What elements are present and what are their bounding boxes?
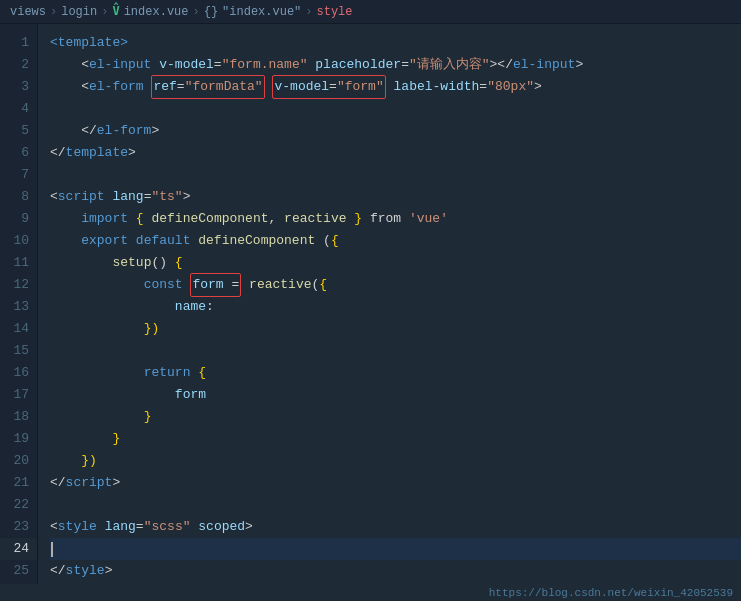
ln-6: 6 xyxy=(0,142,37,164)
ln-7: 7 xyxy=(0,164,37,186)
ln-4: 4 xyxy=(0,98,37,120)
footer-url: https://blog.csdn.net/weixin_42052539 xyxy=(489,587,733,599)
breadcrumb-login[interactable]: login xyxy=(61,5,97,19)
breadcrumb-braces: {} xyxy=(204,5,218,19)
code-line-7 xyxy=(50,164,741,186)
code-line-2: <el-input v-model="form.name" placeholde… xyxy=(50,54,741,76)
code-line-22 xyxy=(50,494,741,516)
ln-11: 11 xyxy=(0,252,37,274)
code-line-18: } xyxy=(50,406,741,428)
ln-15: 15 xyxy=(0,340,37,362)
code-line-6: </template> xyxy=(50,142,741,164)
code-line-8: <script lang="ts"> xyxy=(50,186,741,208)
sep2: › xyxy=(101,5,108,19)
code-line-5: </el-form> xyxy=(50,120,741,142)
ln-5: 5 xyxy=(0,120,37,142)
code-line-12: const form = reactive({ xyxy=(50,274,741,296)
code-line-3: <el-form ref="formData" v-model="form" l… xyxy=(50,76,741,98)
code-line-20: }) xyxy=(50,450,741,472)
code-line-9: import { defineComponent, reactive } fro… xyxy=(50,208,741,230)
ln-16: 16 xyxy=(0,362,37,384)
ln-3: 3 xyxy=(0,76,37,98)
ln-23: 23 xyxy=(0,516,37,538)
footer-bar: https://blog.csdn.net/weixin_42052539 xyxy=(441,585,741,601)
code-content[interactable]: <template> <el-input v-model="form.name"… xyxy=(38,24,741,584)
sep4: › xyxy=(305,5,312,19)
code-line-14: }) xyxy=(50,318,741,340)
ln-9: 9 xyxy=(0,208,37,230)
ln-12: 12 xyxy=(0,274,37,296)
code-line-19: } xyxy=(50,428,741,450)
code-line-11: setup() { xyxy=(50,252,741,274)
ln-14: 14 xyxy=(0,318,37,340)
sep3: › xyxy=(192,5,199,19)
ln-19: 19 xyxy=(0,428,37,450)
breadcrumb-index-vue[interactable]: index.vue xyxy=(124,5,189,19)
code-line-24 xyxy=(50,538,741,560)
code-line-1: <template> xyxy=(50,32,741,54)
code-line-17: form xyxy=(50,384,741,406)
breadcrumb-bar: views › login › V̂ index.vue › {} "index… xyxy=(0,0,741,24)
code-line-10: export default defineComponent ({ xyxy=(50,230,741,252)
ln-18: 18 xyxy=(0,406,37,428)
code-line-23: <style lang="scss" scoped> xyxy=(50,516,741,538)
ln-25: 25 xyxy=(0,560,37,582)
breadcrumb-views[interactable]: views xyxy=(10,5,46,19)
sep1: › xyxy=(50,5,57,19)
ln-17: 17 xyxy=(0,384,37,406)
ln-13: 13 xyxy=(0,296,37,318)
code-line-15 xyxy=(50,340,741,362)
cursor xyxy=(51,542,53,557)
code-line-13: name: xyxy=(50,296,741,318)
ln-22: 22 xyxy=(0,494,37,516)
ln-10: 10 xyxy=(0,230,37,252)
ln-24: 24 xyxy=(0,538,37,560)
ln-8: 8 xyxy=(0,186,37,208)
ln-2: 2 xyxy=(0,54,37,76)
breadcrumb-index-str: "index.vue" xyxy=(222,5,301,19)
vue-icon: V̂ xyxy=(112,4,119,19)
ln-1: 1 xyxy=(0,32,37,54)
editor-area[interactable]: 1 2 3 4 5 6 7 8 9 10 11 12 13 14 15 16 1… xyxy=(0,24,741,584)
code-line-21: </script> xyxy=(50,472,741,494)
code-line-16: return { xyxy=(50,362,741,384)
code-line-4 xyxy=(50,98,741,120)
ln-21: 21 xyxy=(0,472,37,494)
breadcrumb-style: style xyxy=(317,5,353,19)
code-line-25: </style> xyxy=(50,560,741,582)
ln-20: 20 xyxy=(0,450,37,472)
line-numbers: 1 2 3 4 5 6 7 8 9 10 11 12 13 14 15 16 1… xyxy=(0,24,38,584)
